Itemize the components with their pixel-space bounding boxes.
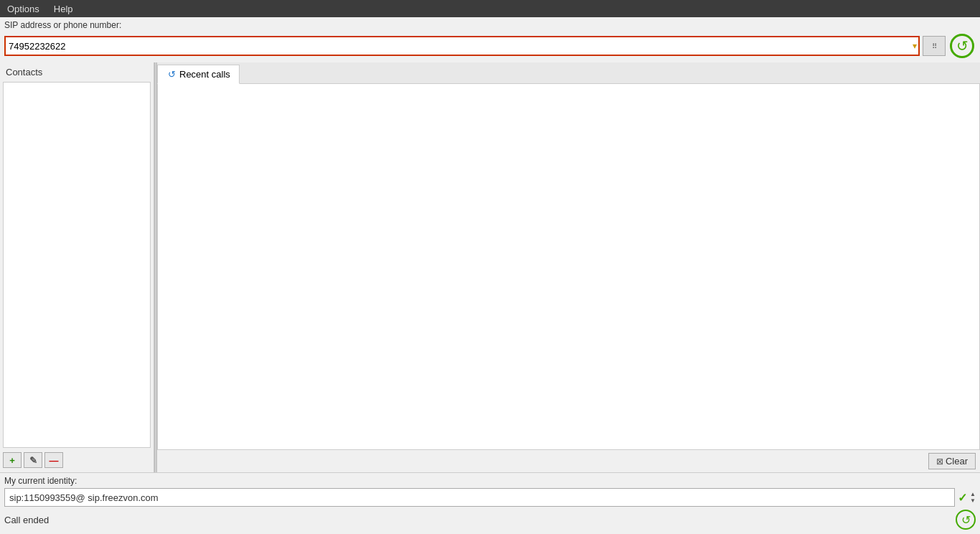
sip-input-wrapper: ▾ <box>4 36 920 56</box>
dialpad-icon: ⠿ <box>932 42 937 50</box>
edit-contact-button[interactable]: ✎ <box>24 452 42 468</box>
recent-calls-scrollable[interactable] <box>158 84 979 449</box>
contacts-list[interactable] <box>3 82 151 448</box>
contacts-footer: + ✎ — <box>0 448 154 472</box>
menu-help[interactable]: Help <box>51 2 76 16</box>
call-button[interactable] <box>948 32 976 60</box>
status-bar: Call ended ↺ <box>4 507 976 531</box>
identity-label: My current identity: <box>4 476 976 486</box>
main-content: Contacts + ✎ — ↺ Recent calls ⊠ Clear <box>0 62 980 472</box>
identity-row: ✓ ▲ ▼ <box>4 488 976 507</box>
recent-calls-content <box>157 84 980 450</box>
contacts-panel: Contacts + ✎ — <box>0 62 154 472</box>
contacts-header: Contacts <box>0 62 154 82</box>
tab-recent-calls[interactable]: ↺ Recent calls <box>157 65 240 84</box>
call-status-label: Call ended <box>4 515 49 525</box>
dialpad-button[interactable]: ⠿ <box>923 36 946 56</box>
bottom-area: My current identity: ✓ ▲ ▼ Call ended ↺ <box>0 472 980 534</box>
menu-options[interactable]: Options <box>4 2 42 16</box>
sip-area: SIP address or phone number: ▾ ⠿ <box>0 17 980 62</box>
tabs-row: ↺ Recent calls <box>157 62 980 84</box>
menubar: Options Help <box>0 0 980 17</box>
sip-row: ▾ ⠿ <box>4 32 976 60</box>
sip-label: SIP address or phone number: <box>4 20 976 30</box>
spinner-down-icon: ▼ <box>970 497 976 504</box>
clear-icon: ⊠ <box>936 456 943 467</box>
identity-spinner[interactable]: ▲ ▼ <box>970 491 976 504</box>
delete-contact-button[interactable]: — <box>44 452 63 468</box>
clear-button[interactable]: ⊠ Clear <box>928 453 976 469</box>
tab-recent-calls-label: Recent calls <box>179 69 230 80</box>
clear-button-label: Clear <box>946 456 968 467</box>
spinner-up-icon: ▲ <box>970 491 976 497</box>
recent-calls-footer: ⊠ Clear <box>157 450 980 472</box>
call-icon <box>950 34 974 58</box>
recent-calls-panel: ↺ Recent calls ⊠ Clear <box>157 62 980 472</box>
sip-input[interactable] <box>4 36 920 56</box>
refresh-icon: ↺ <box>166 70 176 80</box>
add-contact-button[interactable]: + <box>3 452 22 468</box>
identity-check-icon: ✓ <box>958 491 967 505</box>
identity-input[interactable] <box>4 488 955 507</box>
status-call-icon: ↺ <box>956 510 976 530</box>
dropdown-arrow-icon[interactable]: ▾ <box>913 41 917 51</box>
